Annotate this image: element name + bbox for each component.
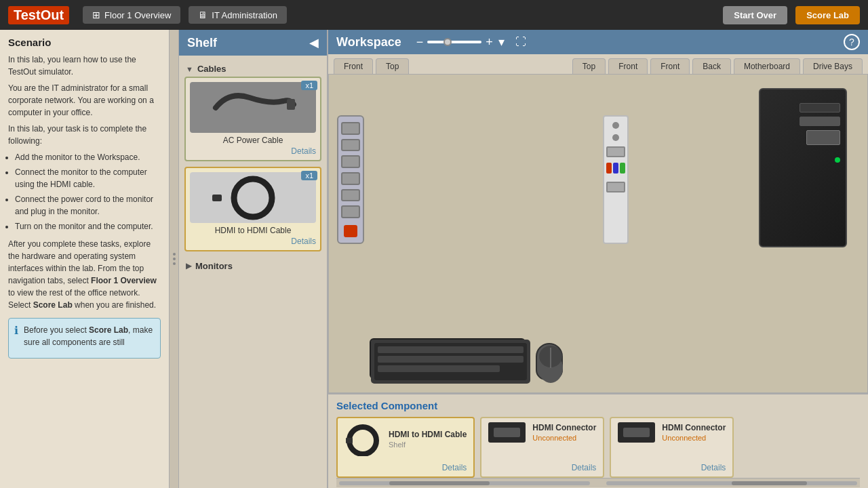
outlet-3[interactable] <box>341 155 360 168</box>
floor-overview-button[interactable]: ⊞ Floor 1 Overview <box>83 6 180 24</box>
wall-outlet-panel[interactable] <box>603 115 637 251</box>
cables-expand-icon: ▼ <box>186 65 193 73</box>
connector-1-info: HDMI Connector Unconnected <box>532 423 596 442</box>
workspace-area: Workspace − + ▾ ⛶ ? Front Top Top Front … <box>328 30 868 488</box>
scenario-title: Scenario <box>8 37 161 48</box>
ac-power-cable-image <box>190 82 316 133</box>
tab-back-right[interactable]: Back <box>692 58 731 74</box>
svg-point-14 <box>349 427 376 454</box>
cables-category-header[interactable]: ▼ Cables <box>184 61 321 77</box>
primary-component-card[interactable]: HDMI to HDMI Cable Shelf Details <box>336 417 475 478</box>
shelf-collapse-button[interactable]: ◀ <box>309 35 319 50</box>
task-3: Connect the power cord to the monitor an… <box>15 193 161 218</box>
scenario-para-2: You are the IT administrator for a small… <box>8 82 161 119</box>
info-box-text: Before you select Score Lab, make sure a… <box>24 324 155 348</box>
start-over-button[interactable]: Start Over <box>723 6 787 24</box>
tab-top-right[interactable]: Top <box>572 58 606 74</box>
tab-front-left[interactable]: Front <box>334 58 373 74</box>
fullscreen-button[interactable]: ⛶ <box>515 36 526 48</box>
scenario-para-1: In this lab, you learn how to use the Te… <box>8 54 161 78</box>
tab-top-left[interactable]: Top <box>376 58 409 74</box>
help-button[interactable]: ? <box>844 34 860 50</box>
svg-rect-6 <box>378 356 524 363</box>
task-1: Add the monitor to the Workspace. <box>15 151 161 163</box>
scroll-track-left[interactable] <box>339 481 590 485</box>
power-switch[interactable] <box>344 225 357 237</box>
workspace-tab-group-right: Top Front Front Back Motherboard Drive B… <box>572 58 863 74</box>
connector-2-card[interactable]: HDMI Connector Unconnected Details <box>610 417 734 478</box>
tab-front-right[interactable]: Front <box>608 58 648 74</box>
outlet-4[interactable] <box>341 172 360 185</box>
hdmi-cable-item[interactable]: x1 HDMI to HDMI Cable Details <box>184 167 321 251</box>
app-logo[interactable]: TestOut <box>8 6 69 24</box>
ac-power-count: x1 <box>301 81 317 90</box>
hdmi-cable-image <box>190 172 316 223</box>
ac-power-cable-name: AC Power Cable <box>190 136 316 145</box>
wall-outlet-slot-1[interactable] <box>606 146 625 157</box>
svg-rect-0 <box>287 99 295 110</box>
drive-slot-1 <box>800 103 840 113</box>
wall-outlet-slot-2[interactable] <box>606 182 625 192</box>
task-4: Turn on the monitor and the computer. <box>15 220 161 232</box>
shelf-panel: Shelf ◀ ▼ Cables x1 <box>179 30 328 488</box>
svg-rect-11 <box>606 163 612 174</box>
score-lab-button[interactable]: Score Lab <box>795 6 860 24</box>
cables-label: Cables <box>197 64 226 74</box>
zoom-in-button[interactable]: + <box>484 35 494 49</box>
tab-drive-bays[interactable]: Drive Bays <box>803 58 863 74</box>
wall-outlet-body <box>603 115 629 244</box>
zoom-out-button[interactable]: − <box>415 35 425 49</box>
outlet-2[interactable] <box>341 139 360 152</box>
connector-2-info: HDMI Connector Unconnected <box>662 423 726 442</box>
connector-2-details[interactable]: Details <box>618 463 726 472</box>
power-strip-body <box>337 115 364 244</box>
tower-drives <box>800 103 840 145</box>
connector-2-inner: HDMI Connector Unconnected <box>618 422 726 443</box>
outlet-6[interactable] <box>341 205 360 218</box>
bottom-scrollbar[interactable] <box>336 478 860 487</box>
scenario-panel: Scenario In this lab, you learn how to u… <box>0 30 170 488</box>
svg-rect-19 <box>623 428 650 437</box>
computer-tower[interactable] <box>759 88 854 251</box>
monitors-expand-icon: ▶ <box>186 262 191 270</box>
primary-comp-name: HDMI to HDMI Cable <box>389 430 467 439</box>
wall-outlet-rgb <box>606 163 625 176</box>
scroll-dots <box>173 253 176 265</box>
drive-slot-2 <box>800 117 840 126</box>
ac-power-cable-item[interactable]: x1 AC Power Cable Details <box>184 77 321 161</box>
monitors-category-header[interactable]: ▶ Monitors <box>184 258 321 274</box>
scenario-para-3: In this lab, your task is to complete th… <box>8 123 161 147</box>
scroll-thumb-left <box>389 481 490 485</box>
shelf-title: Shelf <box>187 36 217 50</box>
optical-drive <box>806 130 840 145</box>
primary-card-info: HDMI to HDMI Cable Shelf <box>389 430 467 449</box>
monitors-label: Monitors <box>195 261 233 271</box>
task-2: Connect the monitor to the computer usin… <box>15 166 161 190</box>
svg-point-1 <box>234 179 272 217</box>
connector-2-status: Unconnected <box>662 434 726 442</box>
scroll-track-right[interactable] <box>606 481 857 485</box>
primary-comp-details[interactable]: Details <box>344 463 467 472</box>
info-box: ℹ Before you select Score Lab, make sure… <box>8 318 161 359</box>
outlet-5[interactable] <box>341 189 360 202</box>
tab-motherboard[interactable]: Motherboard <box>734 58 800 74</box>
zoom-dropdown-button[interactable]: ▾ <box>497 35 506 49</box>
svg-rect-17 <box>494 428 520 437</box>
mouse[interactable] <box>536 343 563 380</box>
tab-front-right-2[interactable]: Front <box>650 58 690 74</box>
info-icon: ℹ <box>14 324 18 337</box>
hdmi-cable-details[interactable]: Details <box>190 237 316 246</box>
task-list: Add the monitor to the Workspace. Connec… <box>15 151 161 232</box>
keyboard[interactable] <box>370 338 526 379</box>
main-area: Scenario In this lab, you learn how to u… <box>0 30 868 488</box>
power-strip[interactable] <box>337 115 371 251</box>
it-administration-button[interactable]: 🖥 IT Administration <box>189 6 287 24</box>
scroll-hint[interactable] <box>170 30 179 488</box>
zoom-track[interactable] <box>427 41 481 43</box>
ac-power-cable-details[interactable]: Details <box>190 146 316 156</box>
connector-1-details[interactable]: Details <box>488 463 596 472</box>
shelf-content: ▼ Cables x1 AC Power Cable Details <box>179 56 327 488</box>
connector-1-card[interactable]: HDMI Connector Unconnected Details <box>480 417 604 478</box>
workspace-canvas[interactable] <box>328 74 868 393</box>
outlet-1[interactable] <box>341 122 360 135</box>
